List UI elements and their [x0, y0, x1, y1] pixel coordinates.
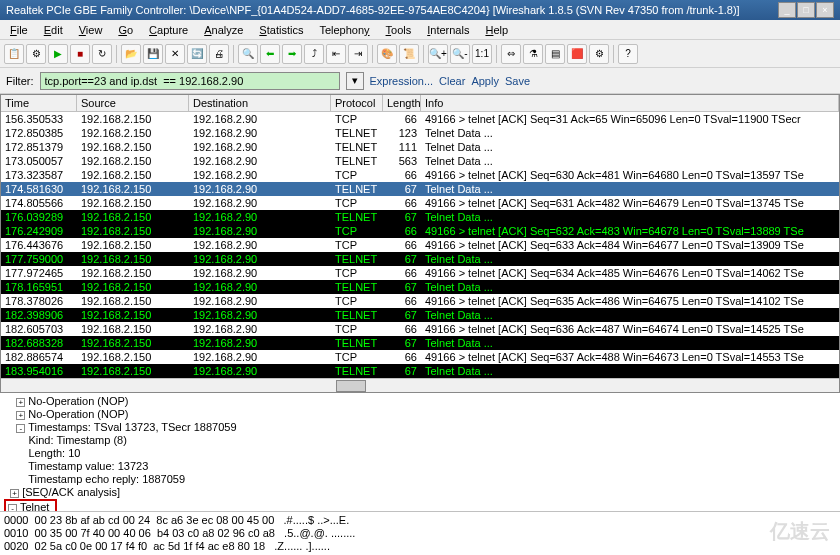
minimize-button[interactable]: _ [778, 2, 796, 18]
go-last-icon[interactable]: ⇥ [348, 44, 368, 64]
find-icon[interactable]: 🔍 [238, 44, 258, 64]
print-icon[interactable]: 🖨 [209, 44, 229, 64]
toolbar: 📋 ⚙ ▶ ■ ↻ 📂 💾 ✕ 🔄 🖨 🔍 ⬅ ➡ ⤴ ⇤ ⇥ 🎨 📜 🔍+ 🔍… [0, 40, 840, 68]
preferences-icon[interactable]: ⚙ [589, 44, 609, 64]
menu-telephony[interactable]: Telephony [313, 22, 375, 37]
stop-capture-icon[interactable]: ■ [70, 44, 90, 64]
packet-row[interactable]: 176.443676192.168.2.150192.168.2.90TCP66… [1, 238, 839, 252]
highlighted-telnet-section: -Telnet Data: f [4, 499, 57, 511]
packet-row[interactable]: 173.050057192.168.2.150192.168.2.90TELNE… [1, 154, 839, 168]
window-controls: _ □ × [778, 2, 834, 18]
colorize-icon[interactable]: 🎨 [377, 44, 397, 64]
hex-pane: 0000 00 23 8b af ab cd 00 24 8c a6 3e ec… [0, 511, 840, 555]
titlebar: Realtek PCIe GBE Family Controller: \Dev… [0, 0, 840, 20]
packet-row[interactable]: 172.850385192.168.2.150192.168.2.90TELNE… [1, 126, 839, 140]
expand-icon[interactable]: + [16, 411, 25, 420]
filter-dropdown-icon[interactable]: ▾ [346, 72, 364, 90]
window-title: Realtek PCIe GBE Family Controller: \Dev… [6, 4, 740, 16]
close-file-icon[interactable]: ✕ [165, 44, 185, 64]
packet-list: Time Source Destination Protocol Length … [0, 94, 840, 393]
go-to-packet-icon[interactable]: ⤴ [304, 44, 324, 64]
menu-tools[interactable]: Tools [380, 22, 418, 37]
packet-row[interactable]: 172.851379192.168.2.150192.168.2.90TELNE… [1, 140, 839, 154]
packet-row[interactable]: 178.378026192.168.2.150192.168.2.90TCP66… [1, 294, 839, 308]
packet-row[interactable]: 173.323587192.168.2.150192.168.2.90TCP66… [1, 168, 839, 182]
filter-apply-link[interactable]: Apply [471, 75, 499, 87]
coloring-rules-icon[interactable]: 🟥 [567, 44, 587, 64]
filter-input[interactable] [40, 72, 340, 90]
resize-columns-icon[interactable]: ⇔ [501, 44, 521, 64]
hex-line: 0000 00 23 8b af ab cd 00 24 8c a6 3e ec… [4, 514, 836, 527]
menu-go[interactable]: Go [112, 22, 139, 37]
col-length[interactable]: Length [383, 95, 421, 111]
zoom-reset-icon[interactable]: 1:1 [472, 44, 492, 64]
packet-details: +No-Operation (NOP) +No-Operation (NOP) … [0, 393, 840, 511]
menu-analyze[interactable]: Analyze [198, 22, 249, 37]
interfaces-icon[interactable]: 📋 [4, 44, 24, 64]
col-destination[interactable]: Destination [189, 95, 331, 111]
expand-icon[interactable]: + [10, 489, 19, 498]
menu-internals[interactable]: Internals [421, 22, 475, 37]
help-icon[interactable]: ? [618, 44, 638, 64]
packet-row[interactable]: 183.954016192.168.2.150192.168.2.90TELNE… [1, 364, 839, 378]
auto-scroll-icon[interactable]: 📜 [399, 44, 419, 64]
packet-list-body: 156.350533192.168.2.150192.168.2.90TCP66… [1, 112, 839, 378]
save-icon[interactable]: 💾 [143, 44, 163, 64]
options-icon[interactable]: ⚙ [26, 44, 46, 64]
packet-row[interactable]: 174.581630192.168.2.150192.168.2.90TELNE… [1, 182, 839, 196]
capture-filter-icon[interactable]: ⚗ [523, 44, 543, 64]
filter-bar: Filter: ▾ Expression... Clear Apply Save [0, 68, 840, 94]
expand-icon[interactable]: + [16, 398, 25, 407]
menu-help[interactable]: Help [479, 22, 514, 37]
hex-line: 0010 00 35 00 7f 40 00 40 06 b4 03 c0 a8… [4, 527, 836, 540]
packet-row[interactable]: 156.350533192.168.2.150192.168.2.90TCP66… [1, 112, 839, 126]
zoom-in-icon[interactable]: 🔍+ [428, 44, 448, 64]
menu-capture[interactable]: Capture [143, 22, 194, 37]
menubar: File Edit View Go Capture Analyze Statis… [0, 20, 840, 40]
collapse-icon[interactable]: - [16, 424, 25, 433]
restart-capture-icon[interactable]: ↻ [92, 44, 112, 64]
zoom-out-icon[interactable]: 🔍- [450, 44, 470, 64]
horizontal-scrollbar[interactable] [1, 378, 839, 392]
open-icon[interactable]: 📂 [121, 44, 141, 64]
menu-statistics[interactable]: Statistics [253, 22, 309, 37]
go-back-icon[interactable]: ⬅ [260, 44, 280, 64]
packet-row[interactable]: 176.039289192.168.2.150192.168.2.90TELNE… [1, 210, 839, 224]
packet-row[interactable]: 182.886574192.168.2.150192.168.2.90TCP66… [1, 350, 839, 364]
display-filter-icon[interactable]: ▤ [545, 44, 565, 64]
hex-line: 0020 02 5a c0 0e 00 17 f4 f0 ac 5d 1f f4… [4, 540, 836, 553]
filter-expression-link[interactable]: Expression... [370, 75, 434, 87]
start-capture-icon[interactable]: ▶ [48, 44, 68, 64]
go-first-icon[interactable]: ⇤ [326, 44, 346, 64]
packet-row[interactable]: 182.605703192.168.2.150192.168.2.90TCP66… [1, 322, 839, 336]
menu-view[interactable]: View [73, 22, 109, 37]
collapse-icon[interactable]: - [8, 504, 17, 511]
packet-row[interactable]: 177.972465192.168.2.150192.168.2.90TCP66… [1, 266, 839, 280]
packet-row[interactable]: 177.759000192.168.2.150192.168.2.90TELNE… [1, 252, 839, 266]
packet-row[interactable]: 176.242909192.168.2.150192.168.2.90TCP66… [1, 224, 839, 238]
close-button[interactable]: × [816, 2, 834, 18]
reload-icon[interactable]: 🔄 [187, 44, 207, 64]
filter-save-link[interactable]: Save [505, 75, 530, 87]
filter-label: Filter: [6, 75, 34, 87]
packet-row[interactable]: 182.688328192.168.2.150192.168.2.90TELNE… [1, 336, 839, 350]
packet-row[interactable]: 182.398906192.168.2.150192.168.2.90TELNE… [1, 308, 839, 322]
go-forward-icon[interactable]: ➡ [282, 44, 302, 64]
menu-edit[interactable]: Edit [38, 22, 69, 37]
packet-row[interactable]: 178.165951192.168.2.150192.168.2.90TELNE… [1, 280, 839, 294]
menu-file[interactable]: File [4, 22, 34, 37]
packet-list-header: Time Source Destination Protocol Length … [1, 95, 839, 112]
col-protocol[interactable]: Protocol [331, 95, 383, 111]
col-info[interactable]: Info [421, 95, 839, 111]
col-source[interactable]: Source [77, 95, 189, 111]
filter-clear-link[interactable]: Clear [439, 75, 465, 87]
packet-row[interactable]: 174.805566192.168.2.150192.168.2.90TCP66… [1, 196, 839, 210]
maximize-button[interactable]: □ [797, 2, 815, 18]
col-time[interactable]: Time [1, 95, 77, 111]
